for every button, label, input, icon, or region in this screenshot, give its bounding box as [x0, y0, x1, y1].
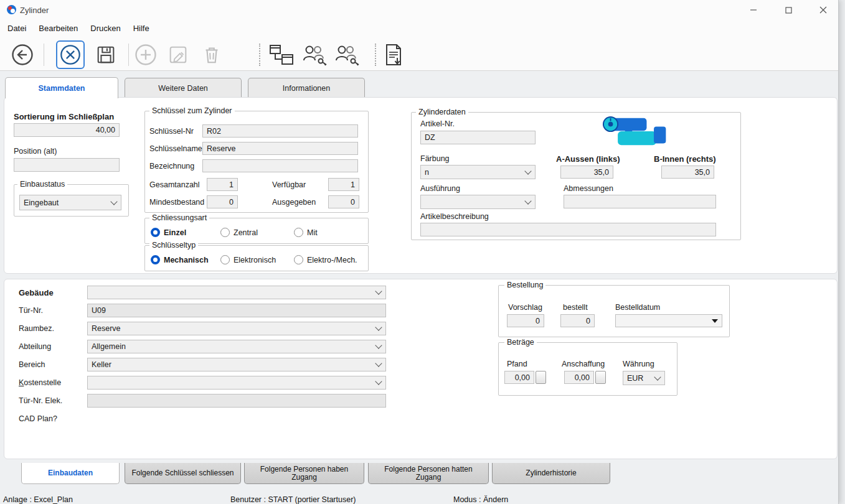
btab-personen-haben-zugang[interactable]: Folgende Personen haben Zugang	[244, 463, 364, 484]
tuer-nr-elek-label: Tür-Nr. Elek.	[19, 396, 62, 405]
sortierung-label: Sortierung im Schließplan	[14, 112, 114, 121]
radio-selected-icon	[151, 228, 160, 237]
persons-have-access-button[interactable]	[300, 42, 329, 67]
menu-datei[interactable]: Datei	[1, 21, 32, 36]
maximize-button[interactable]	[774, 0, 803, 20]
csv-export-icon	[382, 43, 405, 67]
edit-icon	[167, 44, 189, 66]
waehrung-value: EUR	[627, 374, 643, 383]
chevron-down-icon	[375, 342, 382, 348]
waehrung-select[interactable]: EUR	[623, 371, 665, 385]
gesamtanzahl-field[interactable]: 1	[207, 178, 238, 191]
menu-bearbeiten[interactable]: Bearbeiten	[32, 21, 84, 36]
mindestbestand-field[interactable]: 0	[207, 195, 238, 208]
tab-stammdaten[interactable]: Stammdaten	[5, 77, 118, 98]
menu-bar: Datei Bearbeiten Drucken Hilfe	[1, 21, 156, 36]
gesamtanzahl-label: Gesamtanzahl	[149, 180, 200, 189]
pfand-picker-button[interactable]	[536, 371, 546, 384]
waehrung-label: Währung	[623, 360, 654, 368]
a-aussen-field[interactable]: 35,0	[560, 166, 613, 179]
radio-zentral[interactable]: Zentral	[220, 228, 258, 237]
bereich-select[interactable]: Keller	[87, 358, 386, 371]
bestellt-field[interactable]: 0	[560, 314, 595, 327]
bereich-value: Keller	[92, 360, 111, 369]
zylinderdaten-legend: Zylinderdaten	[416, 108, 468, 116]
status-anlage: Anlage : Excel_Plan	[3, 495, 73, 504]
bezeichnung-field[interactable]	[202, 159, 358, 172]
kostenstelle-select[interactable]	[87, 376, 386, 390]
einbaustatus-select[interactable]: Eingebaut	[19, 195, 121, 210]
artikel-nr-field[interactable]: DZ	[420, 131, 536, 144]
radio-elektronisch[interactable]: Elektronisch	[220, 255, 276, 264]
schluessel-nr-label: Schlüssel-Nr	[149, 127, 194, 136]
csv-export-button[interactable]	[381, 42, 406, 67]
btab-einbaudaten[interactable]: Einbaudaten	[21, 463, 120, 484]
artikelbeschreibung-field[interactable]	[420, 223, 716, 236]
bestelldatum-select[interactable]	[615, 314, 722, 327]
bestellt-label: bestellt	[563, 303, 588, 312]
radio-icon	[220, 255, 230, 264]
menu-hilfe[interactable]: Hilfe	[127, 21, 156, 36]
vorschlag-label: Vorschlag	[508, 303, 542, 312]
toolbar-separator-dotted	[259, 44, 260, 66]
pfand-field[interactable]: 0,00	[504, 371, 534, 384]
btab-folgende-schluessel[interactable]: Folgende Schlüssel schliessen	[125, 463, 241, 484]
toolbar-separator	[44, 44, 44, 66]
ausgegeben-label: Ausgegeben	[272, 198, 316, 207]
toolbar-separator-dotted	[375, 44, 376, 66]
radio-mit[interactable]: Mit	[294, 228, 318, 237]
raumbez-label: Raumbez.	[19, 324, 54, 333]
tab-informationen[interactable]: Informationen	[248, 78, 365, 98]
ausfuehrung-select[interactable]	[420, 195, 536, 209]
anschaffung-picker-button[interactable]	[595, 371, 606, 384]
cancel-icon	[59, 44, 82, 66]
menu-drucken[interactable]: Drucken	[84, 21, 126, 36]
chevron-down-icon	[375, 324, 382, 330]
radio-mechanisch[interactable]: Mechanisch	[151, 255, 209, 264]
persons-had-access-icon	[334, 43, 360, 67]
tuer-nr-field[interactable]: U09	[87, 304, 386, 317]
schluesselname-label: Schlüsselname	[149, 144, 202, 153]
edit-button[interactable]	[166, 42, 191, 67]
schluesselname-field[interactable]: Reserve	[202, 142, 358, 155]
persons-had-access-button[interactable]	[333, 42, 361, 67]
minimize-button[interactable]	[739, 0, 768, 20]
vorschlag-field[interactable]: 0	[507, 314, 544, 327]
abteilung-select[interactable]: Allgemein	[87, 340, 386, 353]
close-button[interactable]	[809, 0, 838, 20]
sortierung-field[interactable]: 40,00	[14, 123, 120, 137]
b-innen-label: B-Innen (rechts)	[654, 154, 716, 164]
cancel-button[interactable]	[56, 40, 85, 69]
back-button[interactable]	[10, 42, 35, 67]
schliessungsart-legend: Schliessungsart	[149, 213, 209, 222]
tuer-nr-label: Tür-Nr.	[19, 306, 43, 315]
tab-weitere-daten[interactable]: Weitere Daten	[125, 78, 242, 98]
faerbung-select[interactable]: n	[420, 165, 536, 179]
app-logo-icon	[6, 4, 17, 17]
add-icon	[134, 43, 158, 67]
add-button[interactable]	[133, 42, 158, 67]
delete-button[interactable]	[199, 42, 224, 67]
schluessel-nr-field[interactable]: R02	[202, 124, 358, 138]
verfuegbar-field[interactable]: 1	[328, 178, 359, 191]
betraege-legend: Beträge	[504, 338, 537, 347]
ausgegeben-field[interactable]: 0	[328, 195, 359, 208]
radio-einzel[interactable]: Einzel	[151, 228, 186, 237]
chevron-down-icon	[654, 373, 661, 380]
radio-elektro-mech[interactable]: Elektro-/Mech.	[294, 255, 357, 264]
save-button[interactable]	[93, 42, 118, 67]
anschaffung-field[interactable]: 0,00	[564, 371, 594, 384]
tuer-nr-elek-field[interactable]	[87, 394, 386, 408]
raumbez-select[interactable]: Reserve	[87, 322, 386, 335]
gebaeude-label: Gebäude	[19, 288, 54, 297]
anschaffung-label: Anschaffung	[562, 360, 605, 368]
lock-plan-button[interactable]	[268, 42, 295, 67]
radio-elektronisch-label: Elektronisch	[234, 256, 276, 264]
title-bar[interactable]: Zylinder	[0, 0, 838, 20]
position-alt-field[interactable]	[14, 158, 120, 172]
abmessungen-field[interactable]	[564, 195, 716, 208]
gebaeude-select[interactable]	[87, 286, 386, 299]
btab-personen-hatten-zugang[interactable]: Folgende Personen hatten Zugang	[368, 463, 489, 484]
btab-zylinderhistorie[interactable]: Zylinderhistorie	[492, 463, 610, 484]
b-innen-field[interactable]: 35,0	[661, 166, 714, 179]
